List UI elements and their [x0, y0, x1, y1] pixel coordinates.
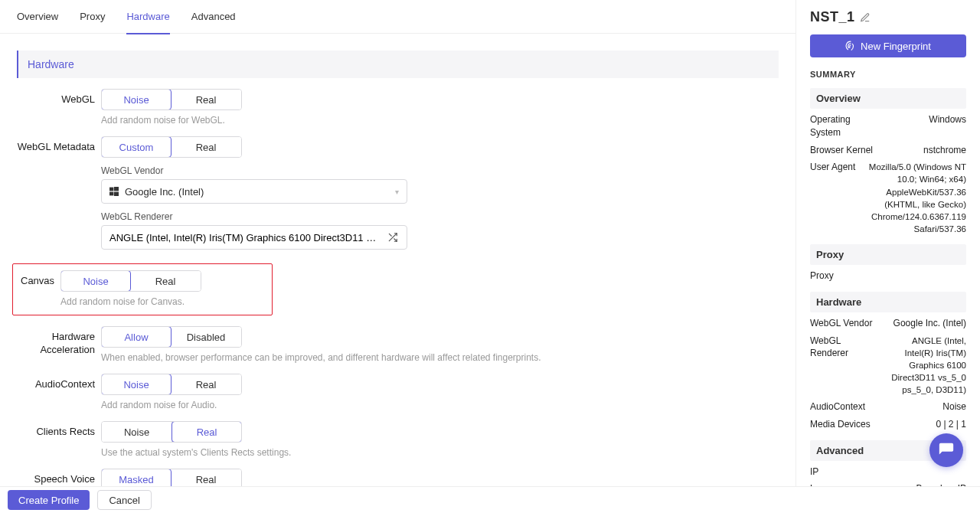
tab-overview[interactable]: Overview — [17, 0, 58, 34]
chat-icon — [938, 442, 955, 459]
row-audio: AudioContext Noise Real Add random noise… — [17, 374, 779, 410]
v-kernel: nstchrome — [923, 144, 966, 157]
toggle-webgl: Noise Real — [101, 89, 242, 110]
k-renderer: WebGL Renderer — [810, 335, 879, 396]
toggle-audio-real[interactable]: Real — [171, 374, 241, 394]
toggle-hw-accel: Allow Disabled — [101, 326, 242, 348]
toggle-canvas: Noise Real — [60, 270, 201, 292]
k-proxy: Proxy — [810, 270, 834, 283]
toggle-hw-accel-disabled[interactable]: Disabled — [171, 327, 241, 347]
subhead-hardware: Hardware — [810, 292, 966, 312]
hint-canvas: Add random noise for Canvas. — [60, 296, 264, 307]
section-hardware-header: Hardware — [17, 51, 779, 78]
label-webgl-renderer: WebGL Renderer — [101, 211, 779, 222]
profile-title: NST_1 — [810, 9, 855, 25]
tab-advanced[interactable]: Advanced — [191, 0, 236, 34]
toggle-canvas-noise[interactable]: Noise — [60, 270, 131, 292]
toggle-audio-noise[interactable]: Noise — [101, 374, 172, 395]
windows-icon — [109, 187, 119, 196]
toggle-webgl-meta: Custom Real — [101, 136, 242, 158]
label-audio: AudioContext — [17, 374, 101, 410]
v-vendor: Google Inc. (Intel) — [893, 317, 966, 330]
create-profile-button[interactable]: Create Profile — [8, 490, 90, 510]
svg-rect-0 — [109, 188, 113, 191]
select-webgl-vendor[interactable]: Google Inc. (Intel) ▾ — [101, 179, 407, 204]
svg-line-6 — [389, 234, 391, 236]
k-audio: AudioContext — [810, 400, 865, 413]
v-audio: Noise — [942, 400, 966, 413]
row-clients-rects: Clients Rects Noise Real Use the actual … — [17, 421, 779, 458]
input-webgl-renderer-field[interactable] — [109, 232, 381, 243]
label-webgl-meta: WebGL Metadata — [17, 136, 101, 250]
label-speech: Speech Voice — [17, 469, 101, 486]
v-os: Windows — [929, 113, 966, 139]
k-ua: User Agent — [810, 161, 855, 235]
toggle-webgl-noise[interactable]: Noise — [101, 89, 172, 110]
toggle-clients-rects-noise[interactable]: Noise — [102, 422, 172, 442]
toggle-speech-real[interactable]: Real — [171, 469, 241, 486]
svg-rect-3 — [114, 192, 119, 196]
fingerprint-icon — [845, 41, 856, 51]
footer: Create Profile Cancel — [0, 486, 980, 513]
input-webgl-renderer[interactable] — [101, 225, 407, 250]
v-renderer: ANGLE (Intel, Intel(R) Iris(TM) Graphics… — [887, 335, 966, 396]
summary-heading: SUMMARY — [810, 70, 966, 79]
label-webgl: WebGL — [17, 89, 101, 126]
label-canvas: Canvas — [21, 270, 60, 307]
v-ua: Mozilla/5.0 (Windows NT 10.0; Win64; x64… — [863, 161, 966, 235]
toggle-webgl-meta-custom[interactable]: Custom — [101, 136, 172, 158]
toggle-clients-rects-real[interactable]: Real — [172, 421, 242, 443]
hint-webgl: Add random noise for WebGL. — [101, 115, 779, 126]
toggle-speech-masked[interactable]: Masked — [101, 469, 172, 486]
subhead-overview: Overview — [810, 88, 966, 109]
label-webgl-vendor: WebGL Vendor — [101, 165, 779, 176]
edit-icon[interactable] — [860, 12, 871, 23]
k-os: Operating System — [810, 113, 879, 139]
new-fingerprint-label: New Fingerprint — [861, 41, 931, 52]
shuffle-icon[interactable] — [387, 232, 399, 243]
v-media: 0 | 2 | 1 — [936, 418, 966, 431]
tab-hardware[interactable]: Hardware — [126, 0, 169, 34]
k-vendor: WebGL Vendor — [810, 317, 872, 330]
subhead-proxy: Proxy — [810, 244, 966, 265]
hint-hw-accel: When enabled, browser performance can be… — [101, 352, 779, 363]
row-webgl: WebGL Noise Real Add random noise for We… — [17, 89, 779, 126]
k-ip: IP — [810, 466, 818, 479]
summary-panel: NST_1 New Fingerprint SUMMARY Overview O… — [796, 0, 980, 486]
toggle-clients-rects: Noise Real — [101, 421, 242, 443]
toggle-webgl-meta-real[interactable]: Real — [171, 137, 241, 157]
toggle-audio: Noise Real — [101, 374, 242, 395]
tab-bar: Overview Proxy Hardware Advanced — [0, 0, 795, 34]
row-canvas: Canvas Noise Real Add random noise for C… — [17, 263, 779, 315]
hint-clients-rects: Use the actual system's Clients Rects se… — [101, 447, 779, 458]
hint-audio: Add random noise for Audio. — [101, 400, 779, 410]
row-hw-accel: Hardware Acceleration Allow Disabled Whe… — [17, 326, 779, 363]
row-webgl-meta: WebGL Metadata Custom Real WebGL Vendor … — [17, 136, 779, 250]
tab-proxy[interactable]: Proxy — [80, 0, 105, 34]
row-speech: Speech Voice Masked Real Use matching va… — [17, 469, 779, 486]
toggle-speech: Masked Real — [101, 469, 242, 486]
toggle-canvas-real[interactable]: Real — [130, 271, 201, 291]
chat-fab[interactable] — [929, 433, 963, 467]
toggle-webgl-real[interactable]: Real — [171, 90, 241, 109]
label-clients-rects: Clients Rects — [17, 421, 101, 458]
k-kernel: Browser Kernel — [810, 144, 873, 157]
k-media: Media Devices — [810, 418, 871, 431]
select-webgl-vendor-value: Google Inc. (Intel) — [125, 186, 204, 198]
cancel-button[interactable]: Cancel — [97, 490, 151, 510]
chevron-down-icon: ▾ — [395, 188, 399, 196]
svg-rect-1 — [114, 187, 119, 191]
label-hw-accel: Hardware Acceleration — [17, 326, 101, 363]
svg-rect-2 — [109, 192, 113, 196]
toggle-hw-accel-allow[interactable]: Allow — [101, 326, 172, 348]
new-fingerprint-button[interactable]: New Fingerprint — [810, 34, 966, 57]
